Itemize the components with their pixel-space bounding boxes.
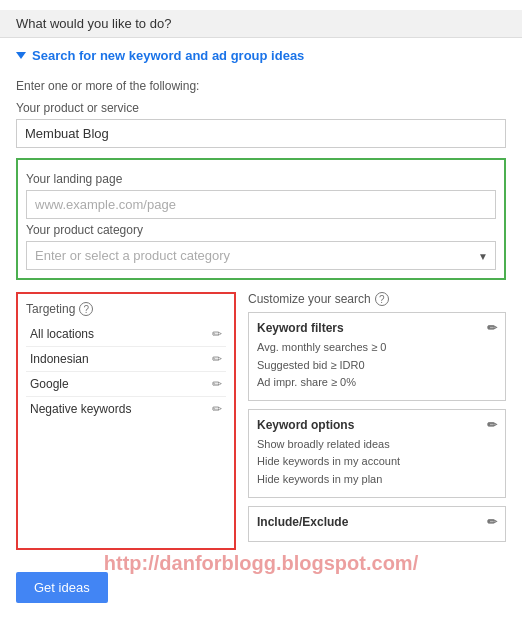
include-exclude-box: Include/Exclude ✏ — [248, 506, 506, 542]
targeting-box: Targeting ? All locations ✏ Indonesian ✏… — [16, 292, 236, 550]
targeting-edit-icon-2[interactable]: ✏ — [212, 377, 222, 391]
section-title: Search for new keyword and ad group idea… — [32, 48, 304, 63]
keyword-options-content: Show broadly related ideas Hide keywords… — [257, 436, 497, 489]
bottom-bar: Get ideas — [0, 560, 522, 615]
keyword-options-title: Keyword options — [257, 418, 354, 432]
top-bar-question: What would you like to do? — [16, 16, 171, 31]
ko-line-1: Hide keywords in my account — [257, 453, 497, 471]
product-label: Your product or service — [16, 101, 506, 115]
landing-input[interactable] — [26, 190, 496, 219]
customize-help-icon[interactable]: ? — [375, 292, 389, 306]
targeting-help-icon[interactable]: ? — [79, 302, 93, 316]
targeting-row-2: Google ✏ — [26, 372, 226, 397]
keyword-filters-title-row: Keyword filters ✏ — [257, 321, 497, 335]
ko-line-2: Hide keywords in my plan — [257, 471, 497, 489]
category-label: Your product category — [26, 223, 496, 237]
section-header: Search for new keyword and ad group idea… — [0, 38, 522, 71]
category-select-wrapper: Enter or select a product category — [26, 241, 496, 270]
targeting-row-1: Indonesian ✏ — [26, 347, 226, 372]
customize-col: Customize your search ? Keyword filters … — [248, 292, 506, 550]
targeting-row-3: Negative keywords ✏ — [26, 397, 226, 421]
kf-line-2: Ad impr. share ≥ 0% — [257, 374, 497, 392]
targeting-title: Targeting — [26, 302, 75, 316]
targeting-row-0: All locations ✏ — [26, 322, 226, 347]
page-wrapper: What would you like to do? Search for ne… — [0, 0, 522, 620]
targeting-row-label-1: Indonesian — [30, 352, 89, 366]
triangle-icon — [16, 52, 26, 59]
get-ideas-button[interactable]: Get ideas — [16, 572, 108, 603]
targeting-row-label-0: All locations — [30, 327, 94, 341]
main-content: Enter one or more of the following: Your… — [0, 79, 522, 550]
instructions-label: Enter one or more of the following: — [16, 79, 506, 93]
landing-label: Your landing page — [26, 172, 496, 186]
category-select[interactable]: Enter or select a product category — [26, 241, 496, 270]
keyword-options-title-row: Keyword options ✏ — [257, 418, 497, 432]
include-exclude-title: Include/Exclude — [257, 515, 348, 529]
kf-line-0: Avg. monthly searches ≥ 0 — [257, 339, 497, 357]
green-box: Your landing page Your product category … — [16, 158, 506, 280]
product-input[interactable] — [16, 119, 506, 148]
targeting-edit-icon-0[interactable]: ✏ — [212, 327, 222, 341]
targeting-title-row: Targeting ? — [26, 302, 226, 316]
targeting-edit-icon-3[interactable]: ✏ — [212, 402, 222, 416]
keyword-options-edit-icon[interactable]: ✏ — [487, 418, 497, 432]
keyword-options-box: Keyword options ✏ Show broadly related i… — [248, 409, 506, 498]
two-col-section: Targeting ? All locations ✏ Indonesian ✏… — [16, 292, 506, 550]
keyword-filters-box: Keyword filters ✏ Avg. monthly searches … — [248, 312, 506, 401]
keyword-filters-title: Keyword filters — [257, 321, 344, 335]
customize-title: Customize your search — [248, 292, 371, 306]
ko-line-0: Show broadly related ideas — [257, 436, 497, 454]
top-bar: What would you like to do? — [0, 10, 522, 38]
keyword-filters-content: Avg. monthly searches ≥ 0 Suggested bid … — [257, 339, 497, 392]
include-exclude-edit-icon[interactable]: ✏ — [487, 515, 497, 529]
targeting-rows: All locations ✏ Indonesian ✏ Google ✏ Ne… — [26, 322, 226, 421]
kf-line-1: Suggested bid ≥ IDR0 — [257, 357, 497, 375]
include-exclude-title-row: Include/Exclude ✏ — [257, 515, 497, 529]
targeting-row-label-3: Negative keywords — [30, 402, 131, 416]
targeting-row-label-2: Google — [30, 377, 69, 391]
keyword-filters-edit-icon[interactable]: ✏ — [487, 321, 497, 335]
targeting-edit-icon-1[interactable]: ✏ — [212, 352, 222, 366]
